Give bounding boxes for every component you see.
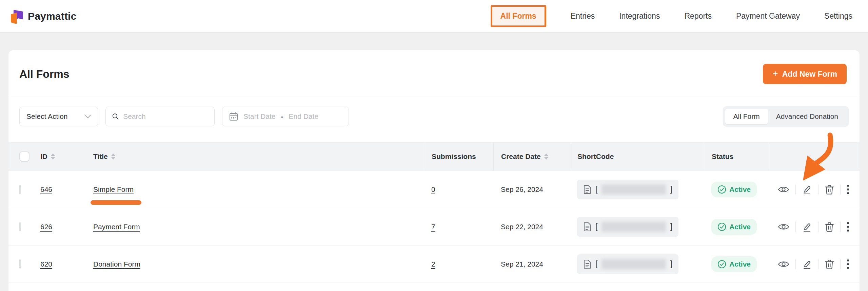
kebab-menu-icon: [847, 221, 849, 232]
trash-icon: [825, 259, 834, 269]
redacted-shortcode: [601, 259, 666, 269]
copy-document-icon: [583, 259, 591, 269]
submissions-link[interactable]: 0: [431, 185, 435, 193]
divider: [818, 259, 818, 269]
edit-button[interactable]: [801, 220, 813, 233]
form-title-link[interactable]: Donation Form: [93, 260, 140, 268]
search-icon: [112, 112, 119, 121]
date-range-picker[interactable]: Start Date - End Date: [222, 107, 349, 126]
check-circle-icon: [717, 222, 726, 231]
view-button[interactable]: [776, 184, 791, 195]
delete-button[interactable]: [823, 183, 835, 196]
kebab-menu-icon: [847, 184, 849, 195]
main-nav: All Forms Entries Integrations Reports P…: [491, 5, 852, 27]
column-shortcode: ShortCode: [577, 152, 614, 161]
divider: [818, 222, 818, 232]
edit-button[interactable]: [801, 183, 813, 196]
brand-name: Paymattic: [28, 11, 77, 22]
shortcode-copy[interactable]: [ ]: [577, 217, 678, 237]
select-all-checkbox[interactable]: [19, 151, 29, 162]
create-date: Sep 21, 2024: [501, 260, 577, 268]
trash-icon: [825, 222, 834, 232]
toggle-advanced-donation[interactable]: Advanced Donation: [768, 109, 846, 124]
column-id[interactable]: ID: [40, 152, 55, 161]
kebab-menu-icon: [847, 259, 849, 270]
copy-document-icon: [583, 222, 591, 232]
date-separator: -: [281, 112, 283, 121]
nav-all-forms[interactable]: All Forms: [500, 12, 536, 21]
eye-icon: [778, 185, 789, 194]
nav-entries[interactable]: Entries: [571, 12, 595, 21]
divider: [795, 184, 796, 195]
table-header: ID Title Submissions Create Date ShortCo…: [8, 142, 860, 171]
select-action-dropdown[interactable]: Select Action: [19, 107, 98, 126]
brand: Paymattic: [9, 8, 77, 24]
edit-pencil-icon: [802, 259, 812, 269]
delete-button[interactable]: [823, 220, 835, 233]
row-checkbox[interactable]: [19, 259, 21, 269]
table-row: 626 Payment Form 7 Sep 22, 2024 [ ]: [8, 208, 860, 245]
submissions-link[interactable]: 7: [431, 223, 435, 231]
more-options-button[interactable]: [845, 183, 851, 196]
add-new-form-button[interactable]: + Add New Form: [763, 64, 847, 84]
view-button[interactable]: [776, 221, 791, 232]
column-status: Status: [712, 152, 733, 161]
column-title[interactable]: Title: [93, 152, 116, 161]
calendar-icon: [229, 112, 238, 121]
copy-document-icon: [583, 185, 591, 194]
search-input[interactable]: [123, 112, 208, 121]
more-options-button[interactable]: [845, 220, 851, 234]
status-badge: Active: [711, 219, 757, 235]
search-field: [105, 107, 215, 126]
divider: [795, 259, 796, 269]
delete-button[interactable]: [823, 258, 835, 271]
eye-icon: [778, 223, 789, 231]
status-badge: Active: [711, 182, 757, 197]
form-id-link[interactable]: 626: [40, 223, 52, 231]
column-submissions[interactable]: Submissions: [432, 152, 476, 161]
eye-icon: [778, 260, 789, 268]
divider: [818, 184, 818, 195]
divider: [795, 222, 796, 232]
topbar: Paymattic All Forms Entries Integrations…: [0, 0, 868, 33]
create-date: Sep 26, 2024: [501, 185, 577, 194]
form-title-link[interactable]: Payment Form: [93, 223, 140, 231]
divider: [840, 222, 841, 232]
form-id-link[interactable]: 620: [40, 260, 52, 268]
edit-pencil-icon: [802, 184, 812, 195]
all-forms-card: All Forms + Add New Form Select Action: [8, 50, 860, 291]
row-checkbox[interactable]: [19, 185, 21, 194]
form-type-toggle: All Form Advanced Donation: [723, 106, 849, 127]
edit-button[interactable]: [801, 258, 813, 271]
shortcode-copy[interactable]: [ ]: [577, 180, 678, 199]
redacted-shortcode: [601, 222, 666, 232]
check-circle-icon: [717, 260, 726, 269]
divider: [840, 259, 841, 269]
toggle-all-form[interactable]: All Form: [725, 109, 768, 124]
sort-icon: [51, 153, 55, 160]
create-date: Sep 22, 2024: [501, 223, 577, 231]
check-circle-icon: [717, 185, 726, 194]
page-title: All Forms: [19, 68, 70, 80]
nav-payment-gateway[interactable]: Payment Gateway: [736, 12, 800, 21]
edit-pencil-icon: [802, 222, 812, 232]
shortcode-copy[interactable]: [ ]: [577, 254, 678, 274]
nav-integrations[interactable]: Integrations: [619, 12, 660, 21]
row-checkbox[interactable]: [19, 222, 21, 231]
view-button[interactable]: [776, 259, 791, 270]
form-id-link[interactable]: 646: [40, 185, 52, 193]
column-create-date[interactable]: Create Date: [501, 152, 549, 161]
nav-reports[interactable]: Reports: [684, 12, 712, 21]
status-badge: Active: [711, 256, 757, 272]
sort-icon: [111, 153, 116, 160]
submissions-link[interactable]: 2: [431, 260, 435, 268]
toolbar: Select Action Start Date -: [8, 96, 860, 142]
more-options-button[interactable]: [845, 257, 851, 271]
form-title-link[interactable]: Simple Form: [93, 185, 134, 193]
annotation-underline: [91, 200, 141, 205]
nav-settings[interactable]: Settings: [824, 12, 852, 21]
plus-icon: +: [772, 69, 778, 78]
sort-icon: [544, 153, 549, 160]
chevron-down-icon: [85, 115, 91, 119]
table-row: 620 Donation Form 2 Sep 21, 2024 [ ]: [8, 245, 860, 283]
